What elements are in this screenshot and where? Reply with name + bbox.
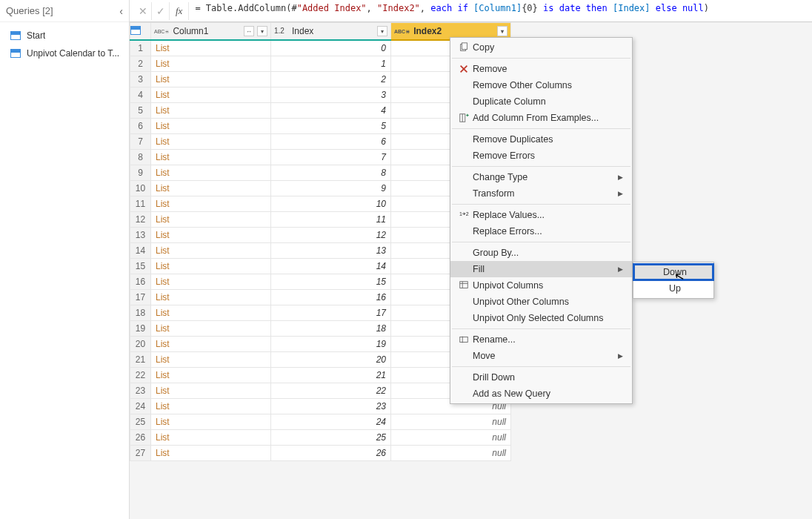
cell-column1[interactable]: List [151, 87, 271, 102]
row-number[interactable]: 27 [130, 445, 151, 460]
cell-column1[interactable]: List [151, 414, 271, 429]
cell-index[interactable]: 5 [271, 118, 391, 133]
row-number[interactable]: 3 [130, 71, 151, 87]
cell-column1[interactable]: List [151, 398, 271, 414]
cell-column1[interactable]: List [151, 211, 271, 227]
menu-duplicate[interactable]: Duplicate Column [450, 93, 632, 110]
cell-index[interactable]: 22 [271, 383, 391, 398]
cell-index[interactable]: 16 [271, 289, 391, 305]
cell-index[interactable]: 19 [271, 336, 391, 351]
cell-column1[interactable]: List [151, 165, 271, 180]
menu-rename[interactable]: Rename... [450, 331, 632, 348]
cell-index[interactable]: 25 [271, 429, 391, 445]
fx-icon[interactable]: fx [170, 2, 189, 20]
cell-column1[interactable]: List [151, 305, 271, 320]
cell-column1[interactable]: List [151, 320, 271, 336]
expand-button[interactable]: ↔ [244, 26, 254, 36]
menu-unpivot-other[interactable]: Unpivot Other Columns [450, 294, 632, 310]
cell-index[interactable]: 4 [271, 102, 391, 118]
cell-column1[interactable]: List [151, 227, 271, 242]
row-number[interactable]: 11 [130, 196, 151, 211]
row-number[interactable]: 26 [130, 429, 151, 445]
row-number[interactable]: 2 [130, 56, 151, 71]
cell-index[interactable]: 3 [271, 87, 391, 102]
cell-index[interactable]: 23 [271, 398, 391, 414]
cell-column1[interactable]: List [151, 102, 271, 118]
menu-remove-other[interactable]: Remove Other Columns [450, 77, 632, 93]
row-number[interactable]: 6 [130, 118, 151, 133]
cell-column1[interactable]: List [151, 336, 271, 351]
cell-column1[interactable]: List [151, 351, 271, 367]
row-number[interactable]: 12 [130, 211, 151, 227]
cell-column1[interactable]: List [151, 274, 271, 289]
row-number[interactable]: 15 [130, 258, 151, 274]
cell-column1[interactable]: List [151, 180, 271, 196]
cell-column1[interactable]: List [151, 289, 271, 305]
row-number[interactable]: 7 [130, 133, 151, 149]
cell-column1[interactable]: List [151, 118, 271, 133]
row-number[interactable]: 24 [130, 398, 151, 414]
cell-index2[interactable]: null [391, 414, 511, 429]
menu-remove-errors[interactable]: Remove Errors [450, 148, 632, 164]
row-number[interactable]: 13 [130, 227, 151, 242]
column-header-column1[interactable]: Column1 ↔ ▾ [151, 23, 271, 41]
cell-index[interactable]: 1 [271, 56, 391, 71]
fill-down[interactable]: Down [633, 264, 713, 280]
formula-input[interactable]: = Table.AddColumn(#"Added Index", "Index… [189, 3, 812, 19]
row-number[interactable]: 18 [130, 305, 151, 320]
menu-replace-errors[interactable]: Replace Errors... [450, 223, 632, 239]
row-number[interactable]: 23 [130, 383, 151, 398]
cell-column1[interactable]: List [151, 242, 271, 258]
row-number[interactable]: 14 [130, 242, 151, 258]
cell-index[interactable]: 9 [271, 180, 391, 196]
menu-copy[interactable]: Copy [450, 39, 632, 56]
menu-drill-down[interactable]: Drill Down [450, 369, 632, 386]
row-number[interactable]: 16 [130, 274, 151, 289]
fill-up[interactable]: Up [633, 280, 713, 297]
cell-column1[interactable]: List [151, 40, 271, 56]
cell-index[interactable]: 17 [271, 305, 391, 320]
row-number[interactable]: 1 [130, 40, 151, 56]
cell-index[interactable]: 10 [271, 196, 391, 211]
row-number[interactable]: 25 [130, 414, 151, 429]
row-number[interactable]: 21 [130, 351, 151, 367]
menu-remove[interactable]: Remove [450, 61, 632, 77]
cell-index[interactable]: 2 [271, 71, 391, 87]
cell-index[interactable]: 7 [271, 149, 391, 165]
cell-index[interactable]: 8 [271, 165, 391, 180]
row-number[interactable]: 9 [130, 165, 151, 180]
column-dropdown-icon[interactable]: ▾ [377, 26, 387, 36]
cell-index[interactable]: 20 [271, 351, 391, 367]
cell-column1[interactable]: List [151, 71, 271, 87]
cancel-formula-button[interactable]: ✕ [134, 2, 152, 20]
cell-column1[interactable]: List [151, 196, 271, 211]
cell-index[interactable]: 21 [271, 367, 391, 383]
cell-column1[interactable]: List [151, 367, 271, 383]
query-item-start[interactable]: Start [0, 27, 129, 44]
cell-index2[interactable]: null [391, 445, 511, 460]
query-item-unpivot[interactable]: Unpivot Calendar to T... [0, 44, 129, 62]
row-number[interactable]: 10 [130, 180, 151, 196]
collapse-panel-icon[interactable]: ‹ [119, 5, 123, 17]
menu-transform[interactable]: Transform ▶ [450, 185, 632, 202]
menu-move[interactable]: Move ▶ [450, 348, 632, 364]
accept-formula-button[interactable]: ✓ [152, 2, 170, 20]
row-number[interactable]: 5 [130, 102, 151, 118]
cell-index[interactable]: 18 [271, 320, 391, 336]
row-number[interactable]: 19 [130, 320, 151, 336]
cell-index[interactable]: 26 [271, 445, 391, 460]
menu-replace-values[interactable]: 12 Replace Values... [450, 207, 632, 223]
cell-index[interactable]: 13 [271, 242, 391, 258]
row-number[interactable]: 17 [130, 289, 151, 305]
table-row[interactable]: 27List26null [130, 445, 511, 460]
menu-group-by[interactable]: Group By... [450, 245, 632, 261]
cell-index[interactable]: 12 [271, 227, 391, 242]
table-corner[interactable] [130, 23, 151, 41]
cell-index[interactable]: 0 [271, 40, 391, 56]
table-row[interactable]: 26List25null [130, 429, 511, 445]
cell-column1[interactable]: List [151, 258, 271, 274]
menu-unpivot[interactable]: Unpivot Columns [450, 277, 632, 294]
cell-column1[interactable]: List [151, 445, 271, 460]
cell-column1[interactable]: List [151, 149, 271, 165]
cell-index[interactable]: 14 [271, 258, 391, 274]
